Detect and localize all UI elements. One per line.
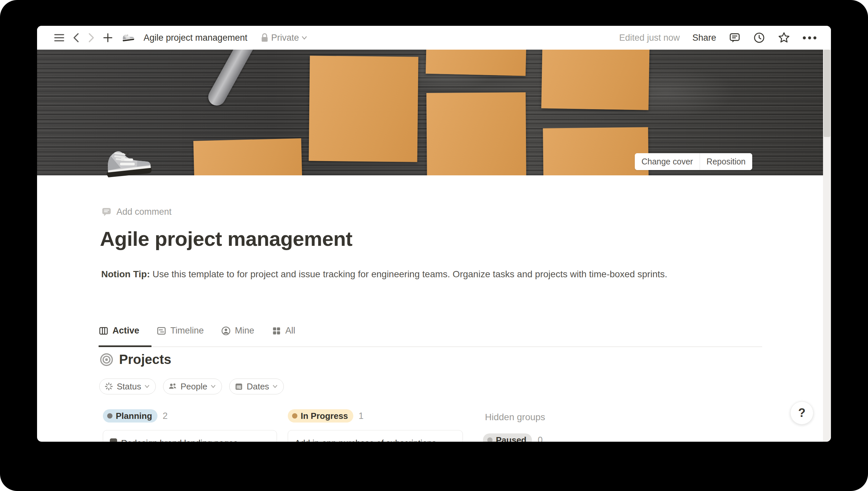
status-label: Paused [496,435,527,442]
privacy-dropdown[interactable]: Private [261,33,307,43]
tab-label: Timeline [170,325,204,336]
privacy-label: Private [271,33,299,43]
project-card[interactable]: Redesign brand landing pages [103,430,277,442]
sticky-note [541,50,649,110]
tab-all[interactable]: All [272,325,295,336]
group-count: 1 [359,411,363,421]
person-icon [221,326,231,336]
people-icon [168,382,177,391]
tab-label: Mine [235,325,255,336]
tab-label: Active [113,325,139,336]
scrollbar-track[interactable] [823,50,831,442]
status-pill-paused: Paused [483,433,532,442]
status-dot [487,437,492,442]
chevron-down-icon [302,36,307,40]
tab-timeline[interactable]: Timeline [156,325,204,336]
filter-dates[interactable]: Dates [229,378,284,395]
status-dot [292,413,297,418]
share-button[interactable]: Share [692,33,716,43]
edited-status: Edited just now [619,33,680,43]
comment-bubble-icon [101,206,112,217]
cover-image[interactable]: Change cover Reposition [37,50,823,175]
active-tab-underline [98,345,151,347]
chevron-down-icon [211,385,216,388]
status-spinner-icon [104,382,114,391]
forward-icon[interactable] [88,33,95,43]
filter-status[interactable]: Status [99,378,156,395]
group-count: 2 [163,411,168,421]
sticky-note [309,56,418,162]
view-tabs: Active Timeline Mine All [98,325,295,336]
card-title: Add in-app purchase of subscriptions [295,438,436,442]
new-page-icon[interactable] [103,33,113,42]
status-pill-planning: Planning [103,409,157,423]
notion-tip-text: Use this template to for project and iss… [150,269,667,279]
card-emoji-icon [110,438,117,442]
notion-tip-bold: Notion Tip: [101,269,150,279]
more-options-icon[interactable] [803,36,816,39]
board-column-in-progress: In Progress 1 Add in-app purchase of sub… [288,409,463,442]
page-emoji-icon-small [120,31,135,44]
chevron-down-icon [145,385,150,388]
status-label: In Progress [301,411,348,421]
hidden-groups-label: Hidden groups [479,410,631,424]
sticky-note [426,92,526,175]
hamburger-menu-icon[interactable] [54,34,64,42]
reposition-button[interactable]: Reposition [700,153,752,170]
notion-window: Agile project management Private Edited … [37,26,831,442]
status-label: Planning [116,411,152,421]
status-dot [107,413,113,418]
history-clock-icon[interactable] [753,32,765,44]
card-title: Redesign brand landing pages [121,438,238,442]
filter-label: Status [117,381,141,392]
board-view-icon [98,326,109,336]
projects-heading: Projects [99,352,171,367]
group-count: 0 [538,435,543,442]
add-comment-label: Add comment [116,207,172,217]
tab-active[interactable]: Active [98,325,139,336]
tab-mine[interactable]: Mine [221,325,255,336]
filter-label: Dates [247,381,269,392]
page-title[interactable]: Agile project management [100,227,352,251]
status-pill-in-progress: In Progress [288,409,353,423]
notion-tip: Notion Tip: Use this template to for pro… [101,266,738,282]
timeline-view-icon [156,326,167,336]
chevron-down-icon [273,385,277,388]
calendar-icon [234,382,243,391]
cover-actions: Change cover Reposition [635,153,752,170]
tab-label: All [286,325,295,336]
sticky-note [426,50,526,76]
add-comment-button[interactable]: Add comment [101,206,172,217]
filter-label: People [181,381,207,392]
sticky-note [193,138,302,175]
cover-pen [205,50,262,109]
scrollbar-thumb[interactable] [824,50,830,137]
project-card[interactable]: Add in-app purchase of subscriptions [288,430,463,442]
back-icon[interactable] [73,33,80,43]
toolbar: Agile project management Private Edited … [37,26,831,50]
filter-chips: Status People Dates [99,378,284,395]
board-column-hidden: Hidden groups Paused 0 [479,410,631,442]
lock-icon [261,33,269,42]
help-button[interactable]: ? [790,401,813,425]
sticky-note [543,127,649,175]
filter-people[interactable]: People [163,378,222,395]
target-icon [99,352,114,367]
group-header[interactable]: In Progress 1 [288,409,463,423]
desktop-background: Agile project management Private Edited … [0,0,868,491]
grid-icon [272,326,281,336]
hidden-group-paused[interactable]: Paused 0 [479,433,631,442]
group-header[interactable]: Planning 2 [103,409,277,423]
breadcrumb-page-title[interactable]: Agile project management [144,33,247,43]
board-column-planning: Planning 2 Redesign brand landing pages [103,409,277,442]
projects-title[interactable]: Projects [119,352,171,367]
page-emoji-icon[interactable] [97,141,159,203]
tabs-divider [98,346,762,347]
favorite-star-icon[interactable] [778,31,790,44]
comments-icon[interactable] [729,32,741,44]
change-cover-button[interactable]: Change cover [635,153,700,170]
